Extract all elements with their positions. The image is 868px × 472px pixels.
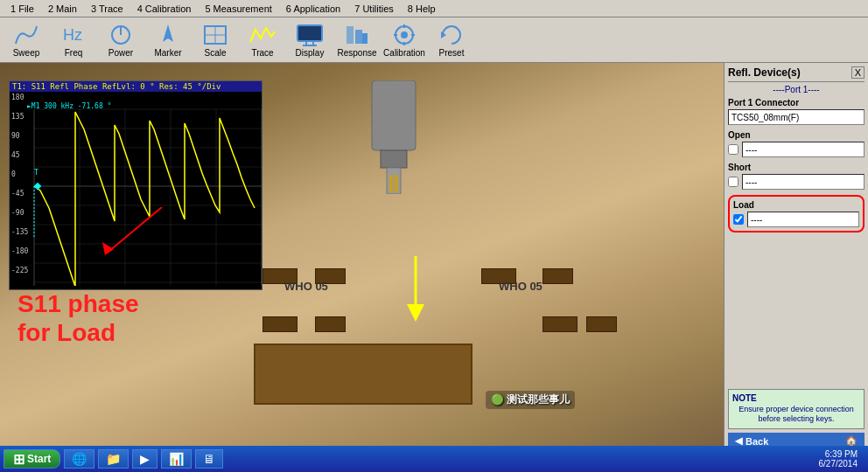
clock-time: 6:39 PM	[819, 449, 858, 459]
svg-rect-8	[298, 25, 322, 41]
svg-line-29	[109, 207, 162, 251]
menu-main[interactable]: 2 Main	[41, 2, 84, 16]
menu-measurement[interactable]: 5 Measurement	[198, 2, 278, 16]
svg-rect-12	[346, 26, 354, 44]
port-title: ----Port 1----	[728, 85, 864, 94]
yellow-arrow-load	[398, 256, 433, 326]
pcb-comp-5	[262, 316, 298, 332]
load-section: Load ----	[728, 195, 864, 233]
short-checkbox[interactable]	[728, 177, 738, 187]
short-label: Short	[728, 163, 864, 172]
load-value: ----	[747, 212, 859, 227]
probe-area	[341, 80, 446, 196]
menu-help[interactable]: 8 Help	[401, 2, 443, 16]
svg-rect-24	[387, 168, 401, 194]
start-button[interactable]: ⊞ Start	[4, 449, 60, 469]
pcb-comp-8	[586, 316, 617, 332]
toolbar-response-button[interactable]: Response	[334, 20, 380, 60]
toolbar-marker-button[interactable]: Marker	[145, 20, 191, 60]
svg-point-16	[401, 31, 408, 38]
graph-title: T1: S11 Refl Phase RefLvl: 0 ° Res: 45 °…	[10, 81, 262, 92]
load-label: Load	[733, 200, 859, 210]
open-row: ----	[728, 142, 864, 157]
toolbar-sweep-button[interactable]: Sweep	[4, 20, 49, 60]
open-checkbox[interactable]	[728, 144, 738, 155]
toolbar-power-button[interactable]: Power	[98, 20, 144, 60]
menu-utilities[interactable]: 7 Utilities	[347, 2, 401, 16]
panel-close-button[interactable]: X	[851, 66, 864, 79]
svg-rect-22	[372, 80, 416, 150]
taskbar-app-3[interactable]: ▶	[132, 449, 158, 469]
display-label: Display	[296, 48, 325, 58]
pcb-comp-6	[315, 316, 346, 332]
short-section: Short ----	[728, 163, 864, 190]
menu-file[interactable]: 1 File	[4, 2, 41, 16]
trace-icon	[248, 23, 276, 48]
svg-rect-13	[355, 30, 362, 44]
calibration-icon	[390, 23, 418, 48]
right-panel: Refl. Device(s) X ----Port 1---- Port 1 …	[724, 63, 868, 453]
short-value: ----	[742, 174, 864, 190]
y-label-180: 180	[11, 94, 24, 101]
media-icon: ▶	[140, 452, 150, 466]
menu-trace[interactable]: 3 Trace	[84, 2, 130, 16]
back-label: Back	[746, 436, 768, 447]
app-icon: 📊	[169, 452, 184, 466]
red-arrow-graph	[92, 207, 179, 260]
svg-marker-47	[34, 183, 41, 190]
menubar: 1 File 2 Main 3 Trace 4 Calibration 5 Me…	[0, 0, 868, 17]
svg-rect-25	[389, 175, 393, 192]
load-checkbox[interactable]	[733, 214, 744, 225]
toolbar-freq-button[interactable]: Hz Freq	[51, 20, 96, 60]
taskbar-app-5[interactable]: 🖥	[195, 449, 223, 469]
trace-label: Trace	[251, 48, 273, 58]
clock-date: 6/27/2014	[819, 459, 858, 469]
toolbar-display-button[interactable]: Display	[287, 20, 332, 60]
who-label-1: WHO 05	[284, 280, 328, 293]
menu-calibration[interactable]: 4 Calibration	[130, 2, 199, 16]
app5-icon: 🖥	[203, 452, 215, 466]
scale-icon	[201, 23, 229, 48]
panel-title: Refl. Device(s)	[728, 66, 801, 79]
display-icon	[296, 23, 324, 48]
port1-connector-label: Port 1 Connector	[728, 98, 864, 108]
toolbar-scale-button[interactable]: Scale	[192, 20, 238, 60]
note-title: NOTE	[732, 393, 860, 403]
windows-icon: ⊞	[13, 451, 24, 468]
svg-text:Hz: Hz	[63, 26, 82, 44]
response-icon	[343, 23, 371, 48]
open-value: ----	[742, 142, 864, 157]
load-row: ----	[733, 212, 859, 227]
pcb-comp-7	[542, 316, 578, 332]
ie-icon: 🌐	[72, 452, 87, 466]
svg-rect-26	[395, 175, 398, 192]
svg-rect-23	[381, 150, 407, 168]
note-text: Ensure proper device connection before s…	[732, 405, 860, 425]
port1-connector-input[interactable]	[728, 109, 864, 125]
port1-connector-section: Port 1 Connector	[728, 98, 864, 125]
pcb-comp-4	[542, 268, 573, 284]
svg-marker-28	[407, 304, 424, 322]
preset-label: Preset	[439, 48, 465, 58]
response-label: Response	[337, 48, 376, 58]
freq-icon: Hz	[60, 23, 88, 48]
content-area: WHO 05 WHO 05 Load Pattern S11 phasefor …	[0, 63, 724, 453]
calibration-label: Calibration	[383, 48, 425, 58]
folder-icon: 📁	[106, 452, 121, 466]
start-label: Start	[27, 453, 51, 465]
svg-marker-30	[102, 242, 114, 255]
taskbar-app-1[interactable]: 🌐	[64, 449, 94, 469]
sweep-icon	[12, 23, 40, 48]
taskbar-app-4[interactable]: 📊	[161, 449, 192, 469]
toolbar-preset-button[interactable]: Preset	[429, 20, 474, 60]
power-icon	[107, 23, 135, 48]
s11-phase-text: S11 phasefor Load	[18, 289, 139, 348]
menu-application[interactable]: 6 Application	[279, 2, 347, 16]
preset-icon	[438, 23, 466, 48]
taskbar-app-2[interactable]: 📁	[98, 449, 129, 469]
toolbar-trace-button[interactable]: Trace	[240, 20, 285, 60]
load-pattern-area	[254, 344, 472, 405]
who-label-2: WHO 05	[499, 280, 542, 293]
sweep-label: Sweep	[13, 48, 40, 58]
toolbar-calibration-button[interactable]: Calibration	[382, 20, 427, 60]
